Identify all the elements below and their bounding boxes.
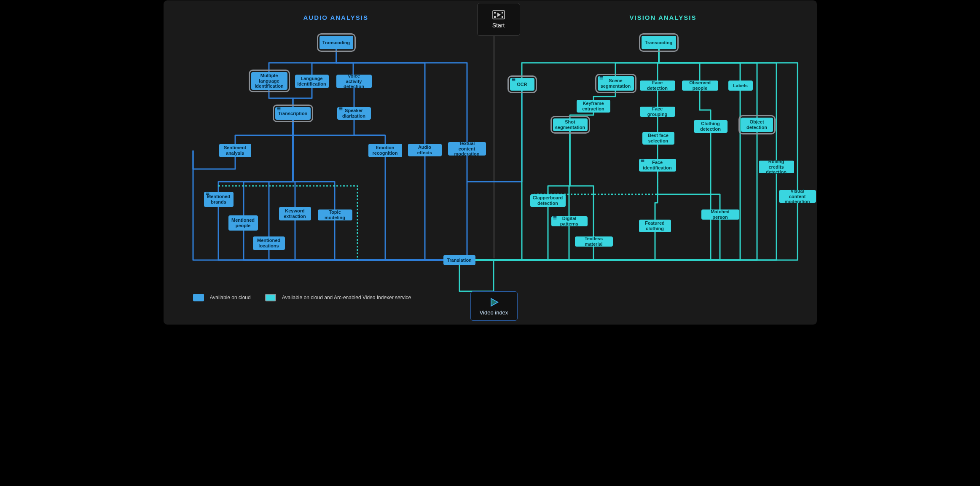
settings-icon: ☰ xyxy=(553,215,557,220)
node-v_cb: Clapperboard detection xyxy=(530,194,566,207)
node-v_tx: Textless material xyxy=(575,236,613,247)
node-v_od: Object detection xyxy=(741,118,773,132)
node-layer: TranscodingMultiple language identificat… xyxy=(164,0,817,325)
node-label: Labels xyxy=(733,83,748,89)
node-label: Audio effects xyxy=(411,145,438,155)
settings-icon: ☰ xyxy=(599,75,603,81)
node-label: Featured clothing xyxy=(642,220,668,231)
node-label: Clothing detection xyxy=(697,121,724,132)
node-label: Object detection xyxy=(744,119,770,130)
node-a_trans: Transcoding xyxy=(320,36,353,49)
node-label: Textless material xyxy=(578,236,609,247)
node-a_er: Emotion recognition xyxy=(368,144,402,157)
node-a_mp: Mentioned people xyxy=(228,215,258,231)
node-v_mpn: Matched person xyxy=(701,209,739,220)
node-a_tcm: Textual content moderation xyxy=(448,142,486,156)
node-v_rcd: Rolling credits detection xyxy=(759,161,794,173)
node-v_fc: Featured clothing xyxy=(639,220,671,232)
settings-icon: ☰ xyxy=(339,106,343,111)
node-label: Mentioned brands xyxy=(207,194,230,204)
node-v_trans: Transcoding xyxy=(642,36,676,49)
node-v_fg: Face grouping xyxy=(640,107,675,117)
node-a_ke: Keyword extraction xyxy=(279,207,311,220)
node-label: Visual content moderation xyxy=(782,188,813,204)
node-v_vcm: Visual content moderation xyxy=(779,190,816,203)
diagram-frame: AUDIO ANALYSIS VISION ANALYSIS Start Vid… xyxy=(163,0,817,325)
node-v_op: Observed people xyxy=(682,81,718,91)
node-label: Shot segmentation xyxy=(555,119,585,130)
node-label: Transcoding xyxy=(322,40,350,46)
node-label: Clapperboard detection xyxy=(533,195,563,206)
node-label: Transcoding xyxy=(645,40,672,46)
node-v_fd: Face detection xyxy=(640,81,675,91)
node-label: Multiple language identification xyxy=(255,73,284,89)
node-label: Digital patterns xyxy=(555,216,584,226)
node-label: Face identification xyxy=(642,160,673,170)
node-a_sa: Sentiment analysis xyxy=(219,144,251,157)
node-a_tr: Transcription☰ xyxy=(275,107,311,120)
node-a_tl: Translation xyxy=(443,255,475,265)
settings-icon: ☰ xyxy=(277,106,281,111)
node-a_li: Language identification xyxy=(295,75,329,88)
node-label: Face detection xyxy=(643,80,672,91)
node-label: Best face selection xyxy=(646,133,671,143)
node-label: Transcription xyxy=(278,111,308,116)
node-v_dp: Digital patterns☰ xyxy=(551,216,588,226)
node-a_ml: Mentioned locations xyxy=(253,236,285,250)
node-v_shot: Shot segmentation xyxy=(553,118,588,131)
node-v_kf: Keyframe extraction xyxy=(577,100,610,113)
node-label: Voice activity detection xyxy=(340,73,368,89)
node-v_ocr: OCR☰ xyxy=(510,78,534,91)
settings-icon: ☰ xyxy=(512,77,516,82)
node-a_ae: Audio effects xyxy=(408,144,442,156)
node-label: Sentiment analysis xyxy=(223,145,248,156)
node-v_fi: Face identification☰ xyxy=(639,159,676,172)
node-label: Textual content moderation xyxy=(451,141,483,157)
node-label: Emotion recognition xyxy=(372,145,399,156)
node-label: Keyword extraction xyxy=(282,208,308,219)
node-v_cd: Clothing detection xyxy=(694,120,728,133)
node-label: Translation xyxy=(447,258,472,263)
node-a_vad: Voice activity detection xyxy=(336,75,372,88)
node-label: Speaker diarization xyxy=(341,108,368,118)
node-label: Mentioned locations xyxy=(256,238,282,248)
node-label: Keyframe extraction xyxy=(580,101,607,111)
node-label: Topic modeling xyxy=(321,209,349,220)
node-a_tm: Topic modeling xyxy=(318,209,352,220)
node-label: Language identification xyxy=(297,76,326,86)
node-label: Observed people xyxy=(685,80,715,91)
node-v_bfs: Best face selection xyxy=(642,132,674,145)
node-label: Mentioned people xyxy=(231,217,255,228)
node-label: OCR xyxy=(517,82,527,87)
node-label: Rolling credits detection xyxy=(762,159,791,175)
node-a_mli: Multiple language identification xyxy=(251,72,287,90)
node-label: Scene segmentation xyxy=(601,78,631,89)
node-a_sd: Speaker diarization☰ xyxy=(337,107,371,120)
settings-icon: ☰ xyxy=(206,191,209,196)
node-label: Matched person xyxy=(705,209,736,220)
node-label: Face grouping xyxy=(643,106,672,117)
node-a_mb: Mentioned brands☰ xyxy=(204,192,234,207)
node-v_scene: Scene segmentation☰ xyxy=(598,76,634,91)
settings-icon: ☰ xyxy=(641,158,644,163)
node-v_lbl: Labels xyxy=(728,81,753,91)
